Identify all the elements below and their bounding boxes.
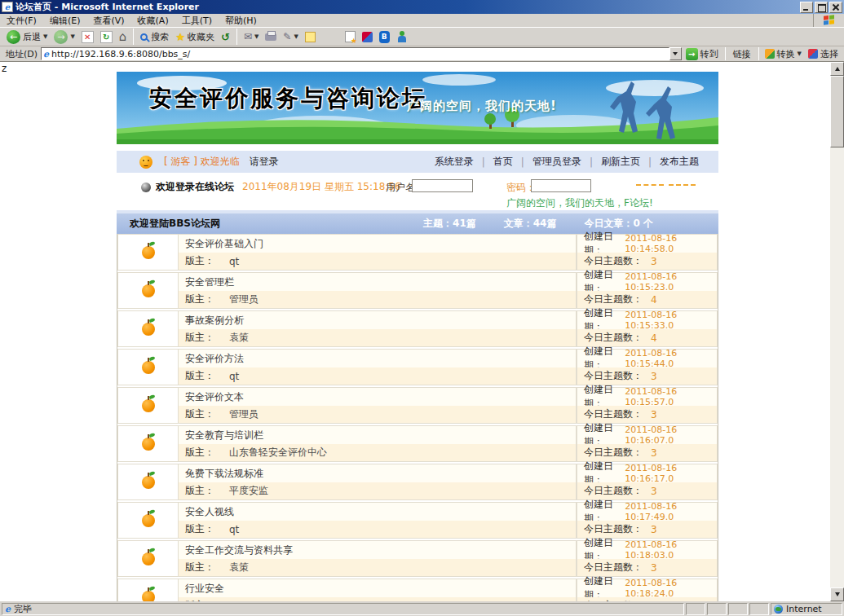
stat-topics: 主题：41篇 — [423, 217, 476, 231]
address-input[interactable]: e http://192.168.9.6:8080/bbs_s/ — [41, 47, 669, 60]
menu-help[interactable]: 帮助(H) — [219, 14, 263, 28]
moderator-name[interactable]: 平度安监 — [229, 484, 268, 498]
moderator-name[interactable]: 袁策 — [229, 331, 249, 345]
board-stats: 主题：41篇 文章：44篇 今日文章：0 个 — [423, 217, 653, 231]
nav-post-topic[interactable]: 发布主题 — [652, 155, 707, 169]
forum-title-link[interactable]: 安全评价基础入门 — [185, 237, 263, 251]
moderator-name[interactable]: 管理员 — [229, 293, 259, 306]
moderator-name[interactable]: qt — [229, 524, 239, 535]
menu-file[interactable]: 文件(F) — [0, 14, 43, 28]
mail-button[interactable]: ✉ ▼ — [241, 28, 262, 46]
forum-title-link[interactable]: 安全人视线 — [185, 505, 234, 519]
bluetooth-icon: B — [379, 31, 390, 43]
forum-title-link[interactable]: 安全评价方法 — [185, 352, 244, 366]
convert-button[interactable]: 转换 ▼ — [762, 45, 805, 63]
nav-refresh[interactable]: 刷新主页 — [593, 155, 648, 169]
moderator-name[interactable]: 管理员 — [229, 407, 259, 421]
forum-title-link[interactable]: 事故案例分析 — [185, 314, 244, 328]
created-date: 2011-08-16 10:18:24.0 — [625, 578, 712, 599]
today-topics-label: 今日主题数： — [584, 522, 643, 536]
menu-view[interactable]: 查看(V) — [86, 14, 130, 28]
forum-title-link[interactable]: 安全管理栏 — [185, 275, 234, 289]
print-button[interactable] — [262, 28, 280, 46]
moderator-label: 版主： — [185, 369, 214, 383]
select-button[interactable]: 选择 — [805, 45, 842, 63]
today-topics-label: 今日主题数： — [584, 407, 643, 421]
stat-today: 今日文章：0 个 — [584, 217, 653, 231]
forum-orange-icon — [142, 552, 155, 565]
back-dropdown-icon[interactable]: ▼ — [43, 33, 47, 40]
refresh-button[interactable]: ↻ — [97, 28, 116, 46]
guest-status: [ 游客 ] 欢迎光临 — [164, 155, 240, 169]
notes-button[interactable] — [302, 28, 319, 46]
ie-app-icon: e — [2, 2, 13, 12]
mail-dropdown-icon[interactable]: ▼ — [254, 33, 259, 40]
windows-logo-icon — [813, 14, 844, 27]
moderator-name[interactable]: qt — [229, 256, 239, 267]
scroll-up-button[interactable] — [830, 62, 844, 76]
scrollbar-thumb[interactable] — [830, 76, 844, 147]
address-dropdown-button[interactable] — [669, 47, 682, 60]
zone-text: Internet — [786, 604, 822, 614]
history-icon: ↺ — [221, 31, 230, 43]
menu-edit[interactable]: 编辑(E) — [43, 14, 87, 28]
nav-home[interactable]: 首页 — [485, 155, 521, 169]
menu-tools[interactable]: 工具(T) — [175, 14, 219, 28]
status-bar: e 完毕 Internet — [0, 601, 844, 616]
title-bar: e 论坛首页 - Microsoft Internet Explorer — [0, 0, 844, 14]
moderator-name[interactable]: 山东鲁轻安全评价中心 — [229, 446, 327, 460]
nav-system-login[interactable]: 系统登录 — [426, 155, 482, 169]
edit-button[interactable]: ✎ ▼ — [280, 28, 301, 46]
username-input[interactable] — [412, 179, 473, 192]
close-button[interactable] — [829, 2, 842, 13]
page-favicon: e — [43, 49, 49, 59]
nav-admin-login[interactable]: 管理员登录 — [524, 155, 590, 169]
add-favorite-button[interactable] — [342, 28, 359, 46]
forum-title-link[interactable]: 免费下载法规标准 — [185, 467, 263, 481]
today-topics-label: 今日主题数： — [584, 254, 643, 268]
welcome-datetime: 2011年08月19日 星期五 15:18:56 — [242, 180, 401, 194]
moderator-name[interactable]: 袁策 — [229, 561, 249, 574]
messenger-icon — [396, 31, 407, 42]
login-prompt-link[interactable]: 请登录 — [250, 155, 279, 169]
favorites-button[interactable]: ★ 收藏夹 — [172, 28, 218, 46]
bluetooth-button[interactable]: B — [376, 28, 393, 46]
browser-window: e 论坛首页 - Microsoft Internet Explorer 文件(… — [0, 0, 844, 616]
go-button[interactable]: → 转到 — [682, 48, 722, 60]
back-button[interactable]: ← 后退 ▼ — [3, 28, 51, 46]
forum-title-link[interactable]: 安全工作交流与资料共享 — [185, 543, 293, 557]
messenger-button[interactable] — [393, 28, 410, 46]
today-topics-count: 3 — [651, 562, 657, 574]
history-button[interactable]: ↺ — [218, 28, 233, 46]
minimize-button[interactable] — [800, 2, 813, 13]
forward-dropdown-icon[interactable]: ▼ — [70, 33, 74, 40]
moderator-name[interactable]: qt — [229, 371, 239, 382]
forum-title-link[interactable]: 行业安全 — [185, 582, 224, 596]
created-date: 2011-08-16 10:16:07.0 — [625, 425, 712, 446]
scroll-down-button[interactable] — [830, 587, 844, 601]
today-topics-count: 3 — [651, 524, 657, 535]
board-header: 欢迎登陆BBS论坛网 主题：41篇 文章：44篇 今日文章：0 个 — [117, 213, 718, 234]
menu-favorites[interactable]: 收藏(A) — [131, 14, 175, 28]
address-url[interactable]: http://192.168.9.6:8080/bbs_s/ — [51, 49, 190, 59]
status-page-icon: e — [5, 604, 11, 614]
links-button[interactable]: 链接 — [728, 48, 756, 60]
forum-title-link[interactable]: 安全评价文本 — [185, 390, 244, 404]
forum-row: 安全评价方法 版主： qt 创建日期： 2011-08-16 10:15:44.… — [117, 349, 718, 385]
convert-dropdown-icon[interactable]: ▼ — [798, 51, 802, 57]
back-icon: ← — [7, 30, 20, 44]
edit-dropdown-icon[interactable]: ▼ — [294, 33, 298, 40]
forum-title-link[interactable]: 安全教育与培训栏 — [185, 429, 263, 442]
today-topics-label: 今日主题数： — [584, 484, 643, 498]
restore-button[interactable] — [815, 2, 828, 13]
research-button[interactable] — [359, 28, 376, 46]
forward-button[interactable]: → ▼ — [51, 28, 77, 46]
search-button[interactable]: 搜索 — [137, 28, 172, 46]
home-button[interactable]: ⌂ — [116, 28, 130, 46]
search-icon — [140, 33, 148, 41]
vertical-scrollbar[interactable] — [830, 62, 844, 601]
password-input[interactable] — [531, 179, 591, 192]
today-topics-count: 3 — [651, 409, 657, 420]
stop-button[interactable]: ✕ — [78, 28, 97, 46]
moderator-label: 版主： — [185, 484, 214, 498]
